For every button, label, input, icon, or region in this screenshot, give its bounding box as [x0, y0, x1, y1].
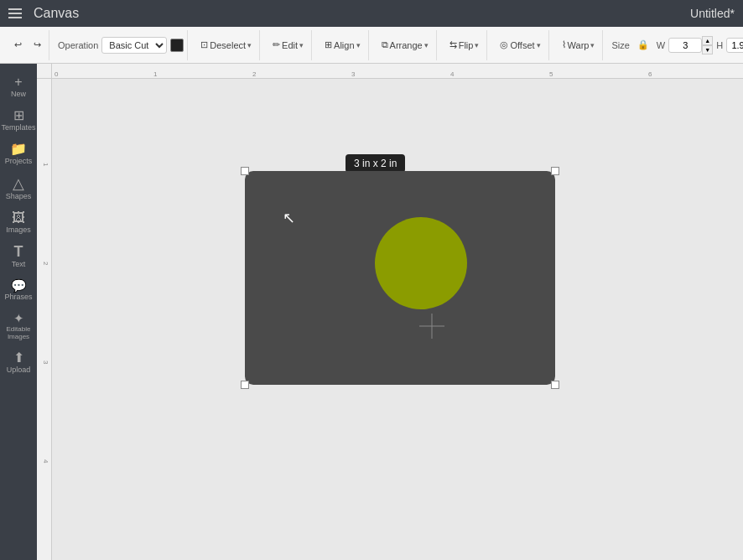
size-h-label: H: [716, 40, 723, 50]
size-w-up[interactable]: ▲: [702, 36, 713, 45]
arrange-button[interactable]: ⧉ Arrange ▾: [377, 37, 433, 53]
offset-chevron: ▾: [537, 41, 541, 49]
sidebar: + New ⊞ Templates 📁 Projects △ Shapes 🖼 …: [0, 64, 37, 560]
canvas-wrapper[interactable]: 0 1 2 3 4 5 6 1 2 3 4 3 in x 2 in: [37, 64, 743, 560]
size-w-input[interactable]: [668, 38, 702, 53]
images-icon: 🖼: [12, 211, 25, 225]
ruler-v-tick-2: 2: [42, 262, 49, 265]
ruler-h-tick-4: 4: [449, 70, 454, 78]
edit-icon: ✏: [273, 39, 280, 50]
align-group: ⊞ Align ▾: [317, 30, 368, 60]
handle-top-left[interactable]: [241, 167, 249, 175]
canvas-content[interactable]: 3 in x 2 in ↖: [52, 79, 743, 560]
sidebar-item-editable-images-label: Editable Images: [5, 326, 32, 341]
size-w-input-group: ▲ ▼: [668, 36, 713, 54]
undo-redo-group: ↩ ↪: [7, 30, 49, 60]
size-w-label: W: [657, 40, 665, 50]
handle-top-right[interactable]: [551, 167, 559, 175]
new-icon: +: [14, 75, 22, 89]
sidebar-item-new-label: New: [11, 91, 26, 99]
size-group: Size 🔒 W ▲ ▼ H ▲ ▼: [608, 30, 743, 60]
redo-button[interactable]: ↪: [29, 37, 45, 53]
sidebar-item-images[interactable]: 🖼 Images: [2, 206, 35, 238]
edit-group: ✏ Edit ▾: [265, 30, 312, 60]
flip-icon: ⇆: [449, 39, 457, 50]
sidebar-item-images-label: Images: [6, 226, 31, 235]
sidebar-item-templates[interactable]: ⊞ Templates: [2, 104, 35, 136]
templates-icon: ⊞: [13, 109, 24, 122]
ruler-v-tick-3: 3: [42, 360, 49, 364]
edit-button[interactable]: ✏ Edit ▾: [268, 37, 308, 53]
sidebar-item-templates-label: Templates: [1, 124, 35, 132]
size-label: Size: [611, 40, 629, 50]
design-canvas[interactable]: [245, 171, 555, 385]
ruler-h-tick-3: 3: [351, 70, 355, 78]
sidebar-item-text[interactable]: T Text: [2, 239, 35, 272]
ruler-h-tick-2: 2: [252, 70, 256, 78]
ruler-h-tick-1: 1: [153, 70, 157, 78]
circle-element[interactable]: [375, 217, 467, 309]
crosshair: [419, 314, 444, 339]
arrange-chevron: ▾: [424, 41, 429, 49]
projects-icon: 📁: [10, 143, 27, 156]
header: Canvas Untitled*: [0, 0, 743, 27]
warp-button[interactable]: ⌇ Warp ▾: [558, 37, 600, 53]
crosshair-vertical: [432, 314, 433, 339]
align-chevron: ▾: [356, 41, 361, 49]
deselect-icon: ⊡: [200, 39, 208, 50]
deselect-group: ⊡ Deselect ▾: [193, 30, 260, 60]
sidebar-item-new[interactable]: + New: [2, 70, 35, 102]
vertical-ruler: 1 2 3 4: [37, 79, 52, 560]
align-button[interactable]: ⊞ Align ▾: [320, 37, 364, 53]
lock-icon[interactable]: 🔒: [633, 37, 653, 53]
warp-group: ⌇ Warp ▾: [554, 30, 604, 60]
undo-button[interactable]: ↩: [10, 37, 26, 53]
deselect-chevron: ▾: [247, 41, 252, 49]
offset-group: ◎ Offset ▾: [492, 30, 548, 60]
flip-chevron: ▾: [475, 41, 479, 49]
sidebar-item-text-label: Text: [12, 261, 26, 269]
deselect-button[interactable]: ⊡ Deselect ▾: [196, 37, 256, 53]
editable-images-icon: ✦: [13, 312, 24, 324]
arrange-group: ⧉ Arrange ▾: [374, 30, 437, 60]
offset-button[interactable]: ◎ Offset ▾: [496, 37, 544, 53]
main-area: + New ⊞ Templates 📁 Projects △ Shapes 🖼 …: [0, 64, 743, 560]
ruler-v-tick-1: 1: [42, 163, 49, 166]
arrange-icon: ⧉: [382, 39, 388, 50]
size-w-spinners: ▲ ▼: [702, 36, 713, 54]
handle-bottom-right[interactable]: [551, 381, 559, 389]
flip-button[interactable]: ⇆ Flip ▾: [445, 37, 484, 53]
shapes-icon: △: [13, 176, 24, 191]
ruler-h-tick-0: 0: [54, 70, 58, 78]
warp-icon: ⌇: [562, 39, 566, 50]
horizontal-ruler: 0 1 2 3 4 5 6: [52, 64, 743, 79]
sidebar-item-shapes[interactable]: △ Shapes: [2, 171, 35, 205]
ruler-v-tick-4: 4: [42, 459, 49, 463]
sidebar-item-projects-label: Projects: [5, 158, 33, 166]
sidebar-item-projects[interactable]: 📁 Projects: [2, 137, 35, 169]
offset-icon: ◎: [500, 39, 508, 50]
sidebar-item-editable-images[interactable]: ✦ Editable Images: [2, 307, 35, 345]
toolbar: ↩ ↪ Operation Basic Cut ⊡ Deselect ▾ ✏ E…: [0, 27, 743, 64]
app-title: Canvas: [34, 6, 79, 21]
doc-title: Untitled*: [690, 7, 735, 20]
operation-select[interactable]: Basic Cut: [101, 37, 167, 54]
operation-label: Operation: [58, 40, 98, 50]
hamburger-menu-icon[interactable]: [8, 5, 25, 22]
dimension-tooltip: 3 in x 2 in: [346, 154, 405, 173]
ruler-h-tick-6: 6: [647, 70, 652, 78]
size-h-input[interactable]: [726, 38, 743, 53]
operation-group: Operation Basic Cut: [55, 30, 188, 60]
edit-chevron: ▾: [299, 41, 304, 49]
color-swatch[interactable]: [170, 39, 184, 52]
sidebar-item-upload[interactable]: ⬆ Upload: [2, 346, 35, 378]
text-icon: T: [14, 244, 23, 259]
handle-bottom-left[interactable]: [241, 381, 249, 389]
ruler-h-tick-5: 5: [548, 70, 553, 78]
sidebar-item-phrases[interactable]: 💬 Phrases: [2, 274, 35, 305]
size-w-down[interactable]: ▼: [702, 45, 713, 54]
sidebar-item-upload-label: Upload: [7, 366, 31, 375]
sidebar-item-shapes-label: Shapes: [6, 193, 32, 201]
align-icon: ⊞: [325, 39, 332, 50]
flip-group: ⇆ Flip ▾: [442, 30, 488, 60]
